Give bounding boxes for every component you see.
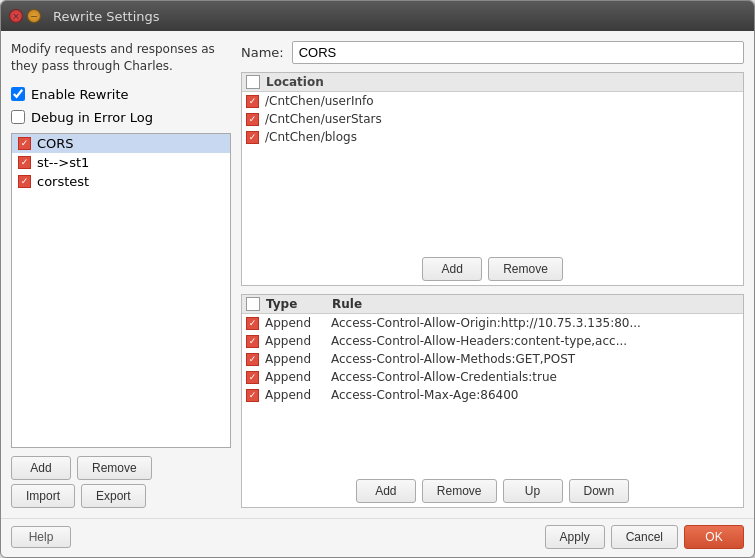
down-rules-button[interactable]: Down <box>569 479 630 503</box>
help-button[interactable]: Help <box>11 526 71 548</box>
add-location-button[interactable]: Add <box>422 257 482 281</box>
main-content: Modify requests and responses as they pa… <box>1 31 754 518</box>
enable-rewrite-checkbox[interactable] <box>11 87 25 101</box>
locations-table-body: /CntChen/userInfo /CntChen/userStars /Cn… <box>242 92 743 253</box>
debug-error-log-checkbox[interactable] <box>11 110 25 124</box>
table-row[interactable]: Append Access-Control-Max-Age:86400 <box>242 386 743 404</box>
rule-value: Access-Control-Allow-Origin:http://10.75… <box>331 316 739 330</box>
row-path: /CntChen/userInfo <box>265 94 374 108</box>
row-checkbox <box>246 335 259 348</box>
left-panel: Modify requests and responses as they pa… <box>11 41 231 508</box>
rule-type: Append <box>265 388 325 402</box>
list-item[interactable]: CORS <box>12 134 230 153</box>
list-item[interactable]: st-->st1 <box>12 153 230 172</box>
enable-rewrite-row[interactable]: Enable Rewrite <box>11 87 231 102</box>
locations-header: Location <box>242 73 743 92</box>
apply-button[interactable]: Apply <box>545 525 605 549</box>
import-export-row: Import Export <box>11 484 231 508</box>
rule-col-header: Rule <box>332 297 739 311</box>
rules-action-buttons: Add Remove Up Down <box>242 475 743 507</box>
rule-type: Append <box>265 352 325 366</box>
table-row[interactable]: /CntChen/userStars <box>242 110 743 128</box>
row-checkbox <box>246 317 259 330</box>
name-input[interactable] <box>292 41 744 64</box>
row-checkbox <box>246 353 259 366</box>
footer-right-buttons: Apply Cancel OK <box>545 525 744 549</box>
remove-rule-button[interactable]: Remove <box>77 456 152 480</box>
table-row[interactable]: Append Access-Control-Allow-Methods:GET,… <box>242 350 743 368</box>
row-checkbox <box>246 95 259 108</box>
titlebar: × − Rewrite Settings <box>1 1 754 31</box>
name-row: Name: <box>241 41 744 64</box>
locations-section: Location /CntChen/userInfo /CntChen/user… <box>241 72 744 286</box>
rule-value: Access-Control-Max-Age:86400 <box>331 388 739 402</box>
add-rule-button[interactable]: Add <box>11 456 71 480</box>
list-item-checkbox <box>18 137 31 150</box>
location-buttons: Add Remove <box>242 253 743 285</box>
row-checkbox <box>246 389 259 402</box>
description-text: Modify requests and responses as they pa… <box>11 41 231 75</box>
close-button[interactable]: × <box>9 9 23 23</box>
add-rules-button[interactable]: Add <box>356 479 416 503</box>
export-button[interactable]: Export <box>81 484 146 508</box>
row-path: /CntChen/userStars <box>265 112 382 126</box>
left-buttons: Add Remove Import Export <box>11 456 231 508</box>
add-remove-row: Add Remove <box>11 456 231 480</box>
import-button[interactable]: Import <box>11 484 75 508</box>
list-item-label: st-->st1 <box>37 155 89 170</box>
rules-header-checkbox[interactable] <box>246 297 260 311</box>
list-item[interactable]: corstest <box>12 172 230 191</box>
row-checkbox <box>246 131 259 144</box>
debug-error-log-row[interactable]: Debug in Error Log <box>11 110 231 125</box>
list-item-checkbox <box>18 156 31 169</box>
rules-list: CORS st-->st1 corstest <box>11 133 231 448</box>
rules-section: Type Rule Append Access-Control-Allow-Or… <box>241 294 744 508</box>
row-checkbox <box>246 113 259 126</box>
name-label: Name: <box>241 45 284 60</box>
table-row[interactable]: /CntChen/blogs <box>242 128 743 146</box>
enable-rewrite-label: Enable Rewrite <box>31 87 129 102</box>
list-item-label: corstest <box>37 174 89 189</box>
debug-error-log-label: Debug in Error Log <box>31 110 153 125</box>
table-row[interactable]: Append Access-Control-Allow-Credentials:… <box>242 368 743 386</box>
rules-table-body: Append Access-Control-Allow-Origin:http:… <box>242 314 743 475</box>
rule-type: Append <box>265 334 325 348</box>
right-panel: Name: Location /CntChen/userInfo /CntC <box>241 41 744 508</box>
minimize-button[interactable]: − <box>27 9 41 23</box>
window-title: Rewrite Settings <box>47 9 746 24</box>
cancel-button[interactable]: Cancel <box>611 525 678 549</box>
rule-type: Append <box>265 316 325 330</box>
remove-rules-button[interactable]: Remove <box>422 479 497 503</box>
locations-header-checkbox[interactable] <box>246 75 260 89</box>
rules-header: Type Rule <box>242 295 743 314</box>
row-path: /CntChen/blogs <box>265 130 357 144</box>
location-col-header: Location <box>266 75 324 89</box>
list-item-checkbox <box>18 175 31 188</box>
up-rules-button[interactable]: Up <box>503 479 563 503</box>
list-item-label: CORS <box>37 136 74 151</box>
rule-value: Access-Control-Allow-Credentials:true <box>331 370 739 384</box>
titlebar-buttons: × − <box>9 9 41 23</box>
ok-button[interactable]: OK <box>684 525 744 549</box>
remove-location-button[interactable]: Remove <box>488 257 563 281</box>
row-checkbox <box>246 371 259 384</box>
table-row[interactable]: /CntChen/userInfo <box>242 92 743 110</box>
rule-value: Access-Control-Allow-Methods:GET,POST <box>331 352 739 366</box>
footer: Help Apply Cancel OK <box>1 518 754 557</box>
rule-value: Access-Control-Allow-Headers:content-typ… <box>331 334 739 348</box>
table-row[interactable]: Append Access-Control-Allow-Origin:http:… <box>242 314 743 332</box>
main-window: × − Rewrite Settings Modify requests and… <box>0 0 755 558</box>
type-col-header: Type <box>266 297 326 311</box>
table-row[interactable]: Append Access-Control-Allow-Headers:cont… <box>242 332 743 350</box>
rule-type: Append <box>265 370 325 384</box>
